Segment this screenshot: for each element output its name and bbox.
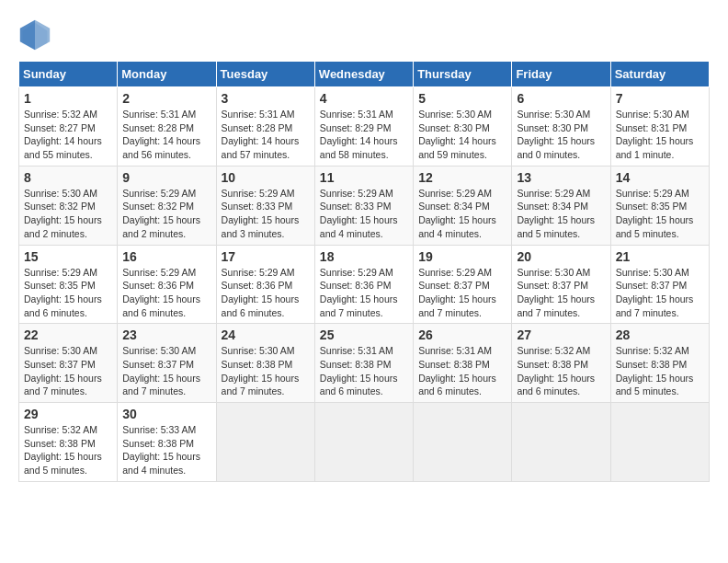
day-number: 13 (517, 170, 605, 185)
svg-marker-2 (20, 20, 35, 50)
calendar-cell: 17Sunrise: 5:29 AM Sunset: 8:36 PM Dayli… (216, 245, 314, 324)
weekday-header-tuesday: Tuesday (216, 62, 314, 87)
calendar-cell: 19Sunrise: 5:29 AM Sunset: 8:37 PM Dayli… (414, 245, 512, 324)
day-number: 25 (320, 327, 408, 342)
day-info: Sunrise: 5:29 AM Sunset: 8:32 PM Dayligh… (122, 187, 210, 241)
day-info: Sunrise: 5:30 AM Sunset: 8:31 PM Dayligh… (616, 108, 704, 162)
week-row-2: 15Sunrise: 5:29 AM Sunset: 8:35 PM Dayli… (19, 245, 710, 324)
day-number: 28 (616, 327, 704, 342)
day-info: Sunrise: 5:31 AM Sunset: 8:38 PM Dayligh… (418, 344, 506, 398)
day-number: 4 (320, 91, 408, 106)
day-info: Sunrise: 5:29 AM Sunset: 8:35 PM Dayligh… (616, 187, 704, 241)
calendar-cell: 13Sunrise: 5:29 AM Sunset: 8:34 PM Dayli… (512, 166, 610, 245)
day-number: 24 (222, 327, 310, 342)
day-number: 14 (616, 170, 704, 185)
day-info: Sunrise: 5:29 AM Sunset: 8:35 PM Dayligh… (24, 266, 112, 320)
day-number: 30 (122, 407, 210, 421)
calendar-cell: 18Sunrise: 5:29 AM Sunset: 8:36 PM Dayli… (314, 245, 413, 324)
day-number: 20 (517, 249, 605, 264)
week-row-4: 29Sunrise: 5:32 AM Sunset: 8:38 PM Dayli… (19, 403, 710, 482)
day-number: 29 (24, 407, 112, 421)
calendar-cell: 14Sunrise: 5:29 AM Sunset: 8:35 PM Dayli… (610, 166, 709, 245)
calendar-cell: 9Sunrise: 5:29 AM Sunset: 8:32 PM Daylig… (118, 166, 216, 245)
day-info: Sunrise: 5:30 AM Sunset: 8:32 PM Dayligh… (24, 187, 112, 241)
day-info: Sunrise: 5:30 AM Sunset: 8:30 PM Dayligh… (517, 108, 605, 162)
day-info: Sunrise: 5:33 AM Sunset: 8:38 PM Dayligh… (122, 423, 210, 477)
day-info: Sunrise: 5:31 AM Sunset: 8:38 PM Dayligh… (320, 344, 408, 398)
weekday-header-wednesday: Wednesday (314, 62, 413, 87)
day-info: Sunrise: 5:29 AM Sunset: 8:34 PM Dayligh… (418, 187, 506, 241)
day-info: Sunrise: 5:29 AM Sunset: 8:36 PM Dayligh… (122, 266, 210, 320)
day-number: 6 (517, 91, 605, 106)
day-info: Sunrise: 5:29 AM Sunset: 8:36 PM Dayligh… (320, 266, 408, 320)
day-number: 3 (222, 91, 310, 106)
calendar-cell: 23Sunrise: 5:30 AM Sunset: 8:37 PM Dayli… (118, 324, 216, 403)
weekday-header-monday: Monday (118, 62, 216, 87)
calendar-cell (314, 403, 413, 482)
calendar-cell: 10Sunrise: 5:29 AM Sunset: 8:33 PM Dayli… (216, 166, 314, 245)
day-info: Sunrise: 5:30 AM Sunset: 8:37 PM Dayligh… (616, 266, 704, 320)
day-info: Sunrise: 5:30 AM Sunset: 8:37 PM Dayligh… (24, 344, 112, 398)
weekday-header-row: SundayMondayTuesdayWednesdayThursdayFrid… (19, 62, 710, 87)
day-info: Sunrise: 5:29 AM Sunset: 8:34 PM Dayligh… (517, 187, 605, 241)
calendar-cell: 25Sunrise: 5:31 AM Sunset: 8:38 PM Dayli… (314, 324, 413, 403)
week-row-0: 1Sunrise: 5:32 AM Sunset: 8:27 PM Daylig… (19, 87, 710, 167)
calendar-cell (512, 403, 610, 482)
svg-marker-1 (35, 20, 50, 50)
day-info: Sunrise: 5:32 AM Sunset: 8:27 PM Dayligh… (24, 108, 112, 162)
day-number: 21 (616, 249, 704, 264)
day-info: Sunrise: 5:29 AM Sunset: 8:33 PM Dayligh… (320, 187, 408, 241)
day-info: Sunrise: 5:31 AM Sunset: 8:28 PM Dayligh… (122, 108, 210, 162)
day-info: Sunrise: 5:32 AM Sunset: 8:38 PM Dayligh… (24, 423, 112, 477)
day-number: 8 (24, 170, 112, 185)
logo (18, 18, 55, 52)
calendar-cell: 3Sunrise: 5:31 AM Sunset: 8:28 PM Daylig… (216, 87, 314, 167)
day-info: Sunrise: 5:30 AM Sunset: 8:30 PM Dayligh… (418, 108, 506, 162)
calendar-cell: 29Sunrise: 5:32 AM Sunset: 8:38 PM Dayli… (19, 403, 118, 482)
calendar-cell: 6Sunrise: 5:30 AM Sunset: 8:30 PM Daylig… (512, 87, 610, 167)
week-row-3: 22Sunrise: 5:30 AM Sunset: 8:37 PM Dayli… (19, 324, 710, 403)
calendar-cell: 4Sunrise: 5:31 AM Sunset: 8:29 PM Daylig… (314, 87, 413, 167)
calendar-cell: 7Sunrise: 5:30 AM Sunset: 8:31 PM Daylig… (610, 87, 709, 167)
day-info: Sunrise: 5:32 AM Sunset: 8:38 PM Dayligh… (616, 344, 704, 398)
day-info: Sunrise: 5:30 AM Sunset: 8:38 PM Dayligh… (222, 344, 310, 398)
calendar-cell: 16Sunrise: 5:29 AM Sunset: 8:36 PM Dayli… (118, 245, 216, 324)
day-number: 11 (320, 170, 408, 185)
day-number: 7 (616, 91, 704, 106)
calendar-cell: 30Sunrise: 5:33 AM Sunset: 8:38 PM Dayli… (118, 403, 216, 482)
day-number: 9 (122, 170, 210, 185)
day-number: 10 (222, 170, 310, 185)
day-number: 15 (24, 249, 112, 264)
day-info: Sunrise: 5:30 AM Sunset: 8:37 PM Dayligh… (517, 266, 605, 320)
day-number: 2 (122, 91, 210, 106)
day-info: Sunrise: 5:29 AM Sunset: 8:37 PM Dayligh… (418, 266, 506, 320)
day-number: 17 (222, 249, 310, 264)
day-number: 22 (24, 327, 112, 342)
day-number: 16 (122, 249, 210, 264)
calendar-cell: 21Sunrise: 5:30 AM Sunset: 8:37 PM Dayli… (610, 245, 709, 324)
day-info: Sunrise: 5:30 AM Sunset: 8:37 PM Dayligh… (122, 344, 210, 398)
day-number: 19 (418, 249, 506, 264)
calendar-cell (610, 403, 709, 482)
calendar-cell: 22Sunrise: 5:30 AM Sunset: 8:37 PM Dayli… (19, 324, 118, 403)
calendar-cell: 24Sunrise: 5:30 AM Sunset: 8:38 PM Dayli… (216, 324, 314, 403)
weekday-header-friday: Friday (512, 62, 610, 87)
day-number: 27 (517, 327, 605, 342)
calendar-cell: 20Sunrise: 5:30 AM Sunset: 8:37 PM Dayli… (512, 245, 610, 324)
day-info: Sunrise: 5:31 AM Sunset: 8:28 PM Dayligh… (222, 108, 310, 162)
day-number: 1 (24, 91, 112, 106)
day-info: Sunrise: 5:32 AM Sunset: 8:38 PM Dayligh… (517, 344, 605, 398)
calendar-cell: 5Sunrise: 5:30 AM Sunset: 8:30 PM Daylig… (414, 87, 512, 167)
calendar-cell: 26Sunrise: 5:31 AM Sunset: 8:38 PM Dayli… (414, 324, 512, 403)
logo-icon (18, 18, 51, 52)
calendar-cell: 12Sunrise: 5:29 AM Sunset: 8:34 PM Dayli… (414, 166, 512, 245)
day-number: 23 (122, 327, 210, 342)
calendar-cell: 15Sunrise: 5:29 AM Sunset: 8:35 PM Dayli… (19, 245, 118, 324)
calendar-cell (414, 403, 512, 482)
calendar-cell: 27Sunrise: 5:32 AM Sunset: 8:38 PM Dayli… (512, 324, 610, 403)
calendar-cell: 1Sunrise: 5:32 AM Sunset: 8:27 PM Daylig… (19, 87, 118, 167)
calendar-cell (216, 403, 314, 482)
weekday-header-saturday: Saturday (610, 62, 709, 87)
day-info: Sunrise: 5:31 AM Sunset: 8:29 PM Dayligh… (320, 108, 408, 162)
day-number: 5 (418, 91, 506, 106)
